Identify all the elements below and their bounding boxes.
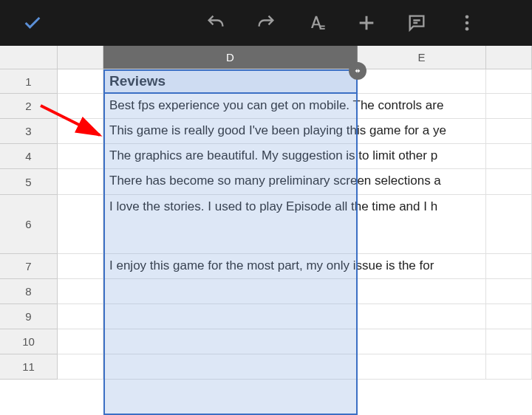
cell[interactable] <box>486 304 532 329</box>
cell[interactable] <box>58 195 103 254</box>
cell[interactable]: Reviews <box>103 69 358 94</box>
row-header-6[interactable]: 6 <box>0 195 58 254</box>
toolbar <box>0 0 532 46</box>
cell[interactable] <box>486 354 532 380</box>
row-header-10[interactable]: 10 <box>0 329 58 354</box>
row-header-5[interactable]: 5 <box>0 169 58 195</box>
cell[interactable] <box>358 304 486 329</box>
cell[interactable] <box>58 169 103 195</box>
format-button[interactable] <box>299 5 334 41</box>
cell[interactable] <box>358 354 486 380</box>
table-row: 10 <box>0 329 532 354</box>
cell[interactable] <box>486 195 532 254</box>
cell[interactable] <box>486 69 532 94</box>
cell[interactable]: There has become so many preliminary scr… <box>103 169 358 195</box>
cell[interactable] <box>58 94 103 119</box>
cell[interactable] <box>58 304 103 329</box>
svg-point-2 <box>466 16 469 19</box>
select-all-corner[interactable] <box>0 46 58 69</box>
row-header-9[interactable]: 9 <box>0 304 58 329</box>
cell[interactable] <box>103 329 358 354</box>
cell[interactable] <box>58 329 103 354</box>
row-header-7[interactable]: 7 <box>0 254 58 279</box>
table-row: 4 The graphics are beautiful. My suggest… <box>0 144 532 169</box>
cell-text: I enjoy this game for the most part, my … <box>109 258 434 273</box>
table-row: 3 This game is really good I've been pla… <box>0 119 532 144</box>
cell[interactable] <box>358 279 486 304</box>
cell[interactable] <box>486 279 532 304</box>
cell[interactable] <box>58 119 103 144</box>
table-row: 1 Reviews <box>0 69 532 94</box>
svg-rect-0 <box>320 26 325 27</box>
comment-icon <box>406 13 427 33</box>
undo-button[interactable] <box>198 5 233 41</box>
cell[interactable] <box>486 119 532 144</box>
row-header-8[interactable]: 8 <box>0 279 58 304</box>
cell[interactable] <box>103 304 358 329</box>
plus-icon <box>356 13 377 33</box>
confirm-button[interactable] <box>15 5 50 41</box>
column-header-f[interactable] <box>486 46 532 69</box>
svg-point-4 <box>466 27 469 31</box>
more-button[interactable] <box>449 5 485 41</box>
column-headers: D E <box>0 46 532 69</box>
table-row: 7 I enjoy this game for the most part, m… <box>0 254 532 279</box>
cell[interactable]: Best fps experience you can get on mobil… <box>103 94 358 119</box>
redo-icon <box>256 13 276 33</box>
check-icon <box>22 13 43 33</box>
comment-button[interactable] <box>399 5 434 41</box>
cell[interactable] <box>486 254 532 279</box>
row-header-1[interactable]: 1 <box>0 69 58 94</box>
spreadsheet: D E 1 Reviews 2 Best fps experience you … <box>0 46 532 415</box>
column-header-c[interactable] <box>58 46 103 69</box>
cell[interactable] <box>358 69 486 94</box>
table-row: 6 I love the stories. I used to play Epi… <box>0 195 532 254</box>
table-row: 11 <box>0 354 532 380</box>
cell-text: This game is really good I've been playi… <box>109 123 446 138</box>
cell[interactable]: The graphics are beautiful. My suggestio… <box>103 144 358 169</box>
table-row: 5 There has become so many preliminary s… <box>0 169 532 195</box>
insert-button[interactable] <box>349 5 384 41</box>
table-row: 9 <box>0 304 532 329</box>
row-header-2[interactable]: 2 <box>0 94 58 119</box>
cell[interactable] <box>58 279 103 304</box>
cell-text: The graphics are beautiful. My suggestio… <box>109 148 437 163</box>
cell[interactable]: This game is really good I've been playi… <box>103 119 358 144</box>
rows: 1 Reviews 2 Best fps experience you can … <box>0 69 532 380</box>
cell[interactable] <box>58 354 103 380</box>
cell[interactable] <box>58 144 103 169</box>
row-header-4[interactable]: 4 <box>0 144 58 169</box>
format-text-icon <box>306 13 327 33</box>
cell[interactable] <box>486 94 532 119</box>
cell-text: There has become so many preliminary scr… <box>109 174 441 188</box>
cell[interactable] <box>103 354 358 380</box>
svg-point-3 <box>466 21 469 25</box>
cell[interactable] <box>486 144 532 169</box>
cell[interactable] <box>58 69 103 94</box>
redo-button[interactable] <box>248 5 284 41</box>
undo-icon <box>205 13 226 33</box>
row-header-3[interactable]: 3 <box>0 119 58 144</box>
column-header-d[interactable]: D <box>103 46 358 69</box>
table-row: 8 <box>0 279 532 304</box>
cell[interactable] <box>358 329 486 354</box>
svg-rect-1 <box>320 28 325 30</box>
cell[interactable] <box>103 279 358 304</box>
cell[interactable] <box>58 254 103 279</box>
cell-text: I love the stories. I used to play Episo… <box>109 199 437 214</box>
cell[interactable] <box>486 329 532 354</box>
more-vert-icon <box>457 13 477 33</box>
column-header-e[interactable]: E <box>358 46 486 69</box>
cell[interactable]: I love the stories. I used to play Episo… <box>103 195 358 254</box>
cell[interactable]: I enjoy this game for the most part, my … <box>103 254 358 279</box>
column-resize-handle[interactable] <box>349 62 366 80</box>
row-header-11[interactable]: 11 <box>0 354 58 380</box>
cell-text: Best fps experience you can get on mobil… <box>109 98 443 113</box>
drag-horizontal-icon <box>352 65 364 77</box>
cell[interactable] <box>486 169 532 195</box>
table-row: 2 Best fps experience you can get on mob… <box>0 94 532 119</box>
